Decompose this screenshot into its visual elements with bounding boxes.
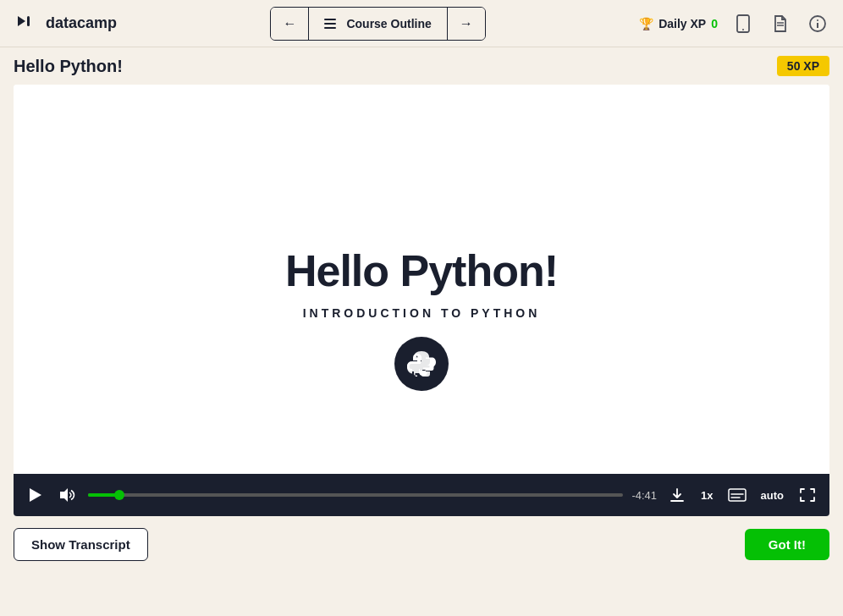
daily-xp-label: Daily XP (658, 17, 706, 30)
info-icon-button[interactable] (806, 12, 829, 36)
volume-button[interactable] (56, 483, 80, 507)
document-icon (774, 15, 787, 32)
slide-title: Hello Python! (285, 245, 558, 296)
volume-icon (60, 488, 75, 502)
logo: datacamp (14, 11, 117, 36)
download-button[interactable] (665, 483, 689, 507)
progress-fill (88, 493, 120, 497)
play-button[interactable] (24, 483, 47, 507)
svg-point-2 (742, 29, 744, 30)
python-logo (394, 337, 449, 391)
lesson-bar: Hello Python! 50 XP (0, 47, 843, 85)
captions-button[interactable] (725, 483, 749, 507)
time-display: -4:41 (631, 489, 657, 502)
play-icon (30, 488, 41, 502)
daily-xp-count: 0 (711, 17, 718, 30)
svg-marker-10 (30, 488, 41, 502)
got-it-button[interactable]: Got It! (745, 529, 829, 560)
header-right: 🏆 Daily XP 0 (639, 12, 829, 36)
back-button[interactable]: ← (271, 8, 308, 40)
document-icon-button[interactable] (769, 12, 792, 36)
svg-point-7 (817, 19, 818, 21)
quality-button[interactable]: auto (758, 489, 787, 502)
show-transcript-button[interactable]: Show Transcript (14, 528, 148, 561)
trophy-icon: 🏆 (639, 17, 653, 30)
quality-label: auto (761, 489, 784, 502)
svg-rect-13 (729, 489, 746, 501)
speed-label: 1x (701, 489, 713, 502)
speed-button[interactable]: 1x (697, 489, 716, 502)
mobile-icon-button[interactable] (731, 12, 755, 36)
fullscreen-button[interactable] (796, 483, 819, 507)
python-snake-icon (405, 348, 438, 380)
nav-controls: ← Course Outline → (270, 7, 485, 41)
lesson-title: Hello Python! (14, 57, 123, 76)
header: datacamp ← Course Outline → 🏆 Daily XP 0 (0, 0, 843, 47)
slide-subtitle: INTRODUCTION TO PYTHON (303, 306, 541, 320)
info-icon (809, 15, 826, 32)
download-icon (669, 487, 685, 503)
hamburger-icon (324, 19, 336, 29)
svg-marker-11 (60, 488, 68, 502)
logo-text: datacamp (46, 14, 117, 32)
forward-button[interactable]: → (448, 8, 485, 40)
svg-rect-0 (27, 16, 30, 26)
datacamp-logo-icon (14, 11, 39, 36)
video-container: Hello Python! INTRODUCTION TO PYTHON (14, 85, 829, 516)
xp-badge: 50 XP (777, 56, 829, 76)
course-outline-label: Course Outline (346, 17, 431, 30)
daily-xp: 🏆 Daily XP 0 (639, 17, 718, 30)
video-controls: -4:41 1x auto (14, 474, 829, 516)
captions-icon (728, 488, 747, 502)
progress-track[interactable] (88, 493, 623, 497)
mobile-icon (736, 14, 751, 33)
bottom-bar: Show Transcript Got It! (0, 516, 843, 573)
video-slide: Hello Python! INTRODUCTION TO PYTHON (14, 85, 829, 474)
fullscreen-icon (800, 488, 815, 502)
course-outline-button[interactable]: Course Outline (308, 8, 447, 40)
